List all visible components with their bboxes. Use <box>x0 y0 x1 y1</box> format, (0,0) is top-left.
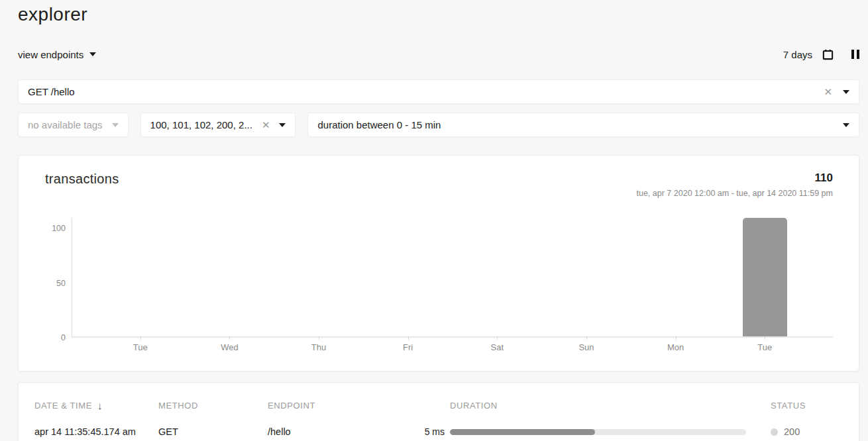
duration-filter-dropdown[interactable]: duration between 0 - 15 min <box>307 113 859 137</box>
column-header-label: DURATION <box>450 401 498 411</box>
clear-icon[interactable]: ✕ <box>262 119 270 131</box>
transactions-title: transactions <box>45 172 119 187</box>
x-axis-tick <box>319 336 319 340</box>
tags-filter-label: no available tags <box>28 119 103 130</box>
chevron-down-icon[interactable] <box>279 123 286 127</box>
x-axis-tick-label: Sat <box>491 342 504 352</box>
duration-bar-fill <box>450 429 595 435</box>
column-header-status[interactable]: STATUS <box>746 401 843 411</box>
x-axis-tick-label: Sun <box>578 342 594 352</box>
chevron-down-icon <box>89 52 96 56</box>
status-code: 200 <box>784 426 800 437</box>
column-header-duration[interactable]: DURATION <box>394 401 746 411</box>
column-header-method[interactable]: METHOD <box>158 401 268 411</box>
y-axis-tick-label: 0 <box>61 333 66 342</box>
pause-icon[interactable] <box>851 50 859 59</box>
chevron-down-icon <box>112 123 119 127</box>
toolbar: view endpoints 7 days <box>18 46 859 62</box>
endpoint-search-value: GET /hello <box>28 86 824 97</box>
status-codes-filter-dropdown[interactable]: 100, 101, 102, 200, 2... ✕ <box>140 113 296 137</box>
column-header-label: STATUS <box>771 401 806 411</box>
x-axis-tick-label: Wed <box>221 342 239 352</box>
chevron-down-icon[interactable] <box>843 90 849 94</box>
calendar-icon[interactable] <box>822 48 834 61</box>
cell-datetime: apr 14 11:35:45.174 am <box>34 426 158 437</box>
x-axis-tick <box>229 336 230 340</box>
time-range-label: 7 days <box>783 49 812 60</box>
x-axis-tick-label: Thu <box>311 342 326 352</box>
explorer-page: explorer view endpoints 7 days GET /hell… <box>0 0 868 441</box>
transactions-date-range: tue, apr 7 2020 12:00 am - tue, apr 14 2… <box>636 189 833 198</box>
column-header-datetime[interactable]: DATE & TIME ↓ <box>34 400 158 411</box>
column-header-label: ENDPOINT <box>268 401 315 411</box>
y-axis-tick-label: 100 <box>52 224 66 233</box>
x-axis-tick <box>586 336 587 340</box>
view-endpoints-dropdown[interactable]: view endpoints <box>18 49 96 60</box>
cell-endpoint: /hello <box>268 426 394 437</box>
tags-filter-dropdown: no available tags <box>18 113 129 137</box>
status-codes-filter-label: 100, 101, 102, 200, 2... <box>150 119 252 130</box>
transaction-row[interactable]: apr 14 11:35:45.174 am GET /hello 5 ms 2… <box>34 426 843 437</box>
duration-filter-label: duration between 0 - 15 min <box>317 119 441 130</box>
duration-value: 5 ms <box>394 426 445 437</box>
transactions-table-card: DATE & TIME ↓ METHOD ENDPOINT DURATION S… <box>18 382 859 441</box>
transactions-total: 110 <box>636 172 833 185</box>
x-axis-tick-label: Fri <box>403 342 413 352</box>
cell-status: 200 <box>746 426 843 437</box>
x-axis-tick-label: Tue <box>133 342 148 352</box>
column-header-label: DATE & TIME <box>34 401 92 411</box>
filter-row: no available tags 100, 101, 102, 200, 2.… <box>18 113 859 137</box>
x-axis-tick <box>497 336 498 340</box>
clear-icon[interactable]: ✕ <box>824 86 832 98</box>
chevron-down-icon[interactable] <box>843 123 849 127</box>
x-axis-tick <box>676 336 677 340</box>
x-axis-tick-label: Mon <box>667 342 684 352</box>
transactions-card-header: transactions 110 tue, apr 7 2020 12:00 a… <box>45 172 833 198</box>
x-axis-tick <box>765 336 765 340</box>
column-header-label: METHOD <box>158 401 198 411</box>
cell-duration: 5 ms <box>394 426 746 437</box>
cell-method: GET <box>158 426 268 437</box>
view-endpoints-label: view endpoints <box>18 49 83 60</box>
duration-bar-track <box>450 429 746 435</box>
transactions-card: transactions 110 tue, apr 7 2020 12:00 a… <box>18 155 859 371</box>
table-header-row: DATE & TIME ↓ METHOD ENDPOINT DURATION S… <box>34 400 843 411</box>
toolbar-right: 7 days <box>783 48 859 61</box>
chart-bar-tue-7[interactable] <box>743 218 787 336</box>
x-axis-tick-label: Tue <box>757 342 772 352</box>
sort-descending-icon[interactable]: ↓ <box>97 400 103 411</box>
y-axis-tick-label: 50 <box>56 279 66 288</box>
column-header-endpoint[interactable]: ENDPOINT <box>268 401 394 411</box>
y-axis: 050100 <box>45 218 72 338</box>
endpoint-search-input[interactable]: GET /hello ✕ <box>18 79 859 104</box>
chart-plot-area: TueWedThuFriSatSunMonTue <box>72 218 833 338</box>
x-axis-tick <box>140 336 141 340</box>
transactions-summary: 110 tue, apr 7 2020 12:00 am - tue, apr … <box>636 172 833 198</box>
x-axis-tick <box>408 336 409 340</box>
transactions-chart: 050100 TueWedThuFriSatSunMonTue <box>45 218 833 338</box>
page-title: explorer <box>18 4 859 25</box>
status-dot-icon <box>771 428 778 436</box>
